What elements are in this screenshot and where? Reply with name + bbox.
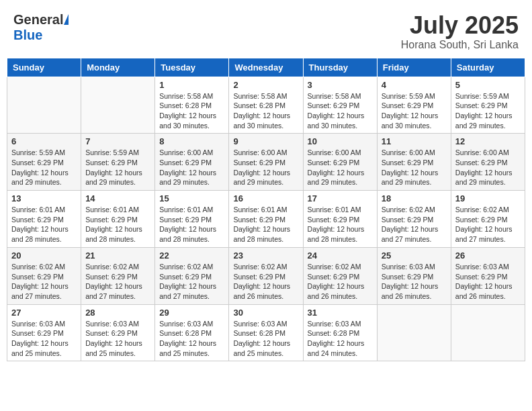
day-number: 26 [455, 250, 521, 261]
calendar-cell: 28Sunrise: 6:03 AMSunset: 6:29 PMDayligh… [81, 304, 155, 361]
day-number: 16 [233, 193, 298, 203]
day-number: 9 [233, 136, 298, 146]
month-title: July 2025 [401, 12, 519, 39]
sun-info: Sunrise: 6:03 AMSunset: 6:28 PMDaylight:… [233, 319, 298, 359]
day-number: 19 [455, 193, 521, 203]
day-number: 4 [382, 80, 447, 90]
calendar-cell: 18Sunrise: 6:02 AMSunset: 6:29 PMDayligh… [377, 191, 451, 248]
day-number: 10 [308, 136, 373, 146]
calendar-cell: 5Sunrise: 5:59 AMSunset: 6:29 PMDaylight… [451, 77, 525, 134]
logo-blue-text: Blue [13, 28, 42, 42]
sun-info: Sunrise: 6:02 AMSunset: 6:29 PMDaylight:… [382, 205, 447, 244]
sun-info: Sunrise: 5:59 AMSunset: 6:29 PMDaylight:… [85, 148, 150, 187]
day-number: 24 [308, 250, 373, 261]
calendar-cell [81, 77, 155, 134]
day-number: 1 [159, 80, 224, 90]
calendar-week-row: 6Sunrise: 5:59 AMSunset: 6:29 PMDaylight… [7, 134, 525, 191]
day-number: 28 [85, 308, 150, 318]
sun-info: Sunrise: 6:00 AMSunset: 6:29 PMDaylight:… [233, 148, 298, 187]
day-number: 15 [159, 193, 224, 203]
sun-info: Sunrise: 6:02 AMSunset: 6:29 PMDaylight:… [11, 262, 77, 302]
calendar-week-row: 13Sunrise: 6:01 AMSunset: 6:29 PMDayligh… [7, 191, 525, 248]
sun-info: Sunrise: 6:03 AMSunset: 6:28 PMDaylight:… [159, 319, 224, 359]
calendar-cell: 6Sunrise: 5:59 AMSunset: 6:29 PMDaylight… [7, 134, 81, 191]
calendar-cell [377, 304, 451, 361]
sun-info: Sunrise: 6:02 AMSunset: 6:29 PMDaylight:… [159, 262, 224, 302]
weekday-header-sunday: Sunday [7, 58, 81, 77]
calendar-cell: 19Sunrise: 6:02 AMSunset: 6:29 PMDayligh… [451, 191, 525, 248]
calendar-table: SundayMondayTuesdayWednesdayThursdayFrid… [7, 58, 525, 362]
calendar-week-row: 1Sunrise: 5:58 AMSunset: 6:28 PMDaylight… [7, 77, 525, 134]
page-header: General Blue July 2025 Horana South, Sri… [7, 7, 525, 55]
calendar-cell: 31Sunrise: 6:03 AMSunset: 6:28 PMDayligh… [303, 304, 377, 361]
calendar-cell: 27Sunrise: 6:03 AMSunset: 6:29 PMDayligh… [7, 304, 81, 361]
sun-info: Sunrise: 6:01 AMSunset: 6:29 PMDaylight:… [233, 205, 298, 244]
calendar-cell: 10Sunrise: 6:00 AMSunset: 6:29 PMDayligh… [303, 134, 377, 191]
sun-info: Sunrise: 6:03 AMSunset: 6:29 PMDaylight:… [455, 262, 521, 302]
calendar-cell: 21Sunrise: 6:02 AMSunset: 6:29 PMDayligh… [81, 247, 155, 304]
day-number: 25 [382, 250, 447, 261]
day-number: 20 [11, 250, 77, 261]
sun-info: Sunrise: 6:02 AMSunset: 6:29 PMDaylight:… [85, 262, 150, 302]
sun-info: Sunrise: 6:03 AMSunset: 6:29 PMDaylight:… [85, 319, 150, 359]
day-number: 7 [85, 136, 150, 146]
day-number: 11 [382, 136, 447, 146]
sun-info: Sunrise: 5:58 AMSunset: 6:28 PMDaylight:… [233, 91, 298, 131]
logo: General Blue [13, 12, 69, 43]
sun-info: Sunrise: 6:03 AMSunset: 6:29 PMDaylight:… [11, 319, 77, 359]
weekday-header-monday: Monday [81, 58, 155, 77]
day-number: 8 [159, 136, 224, 146]
day-number: 14 [85, 193, 150, 203]
day-number: 13 [11, 193, 77, 203]
sun-info: Sunrise: 6:02 AMSunset: 6:29 PMDaylight:… [233, 262, 298, 302]
calendar-cell: 12Sunrise: 6:00 AMSunset: 6:29 PMDayligh… [451, 134, 525, 191]
day-number: 18 [382, 193, 447, 203]
sun-info: Sunrise: 5:59 AMSunset: 6:29 PMDaylight:… [382, 91, 447, 131]
day-number: 22 [159, 250, 224, 261]
day-number: 6 [11, 136, 77, 146]
sun-info: Sunrise: 5:58 AMSunset: 6:28 PMDaylight:… [159, 91, 224, 131]
day-number: 3 [308, 80, 373, 90]
calendar-cell: 15Sunrise: 6:01 AMSunset: 6:29 PMDayligh… [155, 191, 229, 248]
sun-info: Sunrise: 6:01 AMSunset: 6:29 PMDaylight:… [308, 205, 373, 244]
sun-info: Sunrise: 6:01 AMSunset: 6:29 PMDaylight:… [85, 205, 150, 244]
calendar-header-row: SundayMondayTuesdayWednesdayThursdayFrid… [7, 58, 525, 77]
calendar-cell [7, 77, 81, 134]
sun-info: Sunrise: 5:59 AMSunset: 6:29 PMDaylight:… [11, 148, 77, 187]
sun-info: Sunrise: 5:58 AMSunset: 6:29 PMDaylight:… [308, 91, 373, 131]
calendar-cell: 25Sunrise: 6:03 AMSunset: 6:29 PMDayligh… [377, 247, 451, 304]
sun-info: Sunrise: 6:02 AMSunset: 6:29 PMDaylight:… [308, 262, 373, 302]
title-area: July 2025 Horana South, Sri Lanka [401, 12, 519, 51]
logo-triangle-icon [64, 14, 69, 25]
weekday-header-friday: Friday [377, 58, 451, 77]
location-title: Horana South, Sri Lanka [401, 39, 519, 51]
sun-info: Sunrise: 6:03 AMSunset: 6:29 PMDaylight:… [382, 262, 447, 302]
calendar-cell: 23Sunrise: 6:02 AMSunset: 6:29 PMDayligh… [229, 247, 303, 304]
logo-general-text: General [13, 12, 63, 28]
calendar-cell: 9Sunrise: 6:00 AMSunset: 6:29 PMDaylight… [229, 134, 303, 191]
day-number: 5 [455, 80, 521, 90]
day-number: 23 [233, 250, 298, 261]
weekday-header-wednesday: Wednesday [229, 58, 303, 77]
sun-info: Sunrise: 6:00 AMSunset: 6:29 PMDaylight:… [455, 148, 521, 187]
day-number: 12 [455, 136, 521, 146]
calendar-cell: 13Sunrise: 6:01 AMSunset: 6:29 PMDayligh… [7, 191, 81, 248]
calendar-cell: 11Sunrise: 6:00 AMSunset: 6:29 PMDayligh… [377, 134, 451, 191]
calendar-cell: 7Sunrise: 5:59 AMSunset: 6:29 PMDaylight… [81, 134, 155, 191]
sun-info: Sunrise: 6:03 AMSunset: 6:28 PMDaylight:… [308, 319, 373, 359]
sun-info: Sunrise: 6:01 AMSunset: 6:29 PMDaylight:… [159, 205, 224, 244]
calendar-cell: 30Sunrise: 6:03 AMSunset: 6:28 PMDayligh… [229, 304, 303, 361]
sun-info: Sunrise: 5:59 AMSunset: 6:29 PMDaylight:… [455, 91, 521, 131]
calendar-cell: 24Sunrise: 6:02 AMSunset: 6:29 PMDayligh… [303, 247, 377, 304]
day-number: 27 [11, 308, 77, 318]
day-number: 31 [308, 308, 373, 318]
sun-info: Sunrise: 6:00 AMSunset: 6:29 PMDaylight:… [308, 148, 373, 187]
calendar-cell: 4Sunrise: 5:59 AMSunset: 6:29 PMDaylight… [377, 77, 451, 134]
calendar-cell: 8Sunrise: 6:00 AMSunset: 6:29 PMDaylight… [155, 134, 229, 191]
day-number: 17 [308, 193, 373, 203]
calendar-cell: 1Sunrise: 5:58 AMSunset: 6:28 PMDaylight… [155, 77, 229, 134]
calendar-cell: 14Sunrise: 6:01 AMSunset: 6:29 PMDayligh… [81, 191, 155, 248]
calendar-week-row: 27Sunrise: 6:03 AMSunset: 6:29 PMDayligh… [7, 304, 525, 361]
calendar-cell [451, 304, 525, 361]
calendar-cell: 29Sunrise: 6:03 AMSunset: 6:28 PMDayligh… [155, 304, 229, 361]
